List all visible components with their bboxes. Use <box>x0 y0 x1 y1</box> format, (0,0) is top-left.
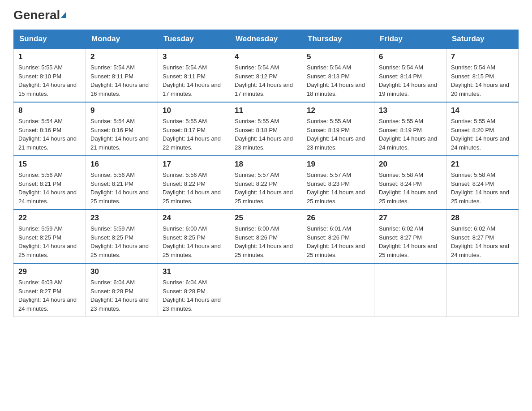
calendar-cell: 6 Sunrise: 5:54 AM Sunset: 8:14 PM Dayli… <box>374 48 446 102</box>
calendar-cell: 18 Sunrise: 5:57 AM Sunset: 8:22 PM Dayl… <box>230 156 302 210</box>
day-number: 2 <box>90 52 153 61</box>
day-info: Sunrise: 5:58 AM Sunset: 8:24 PM Dayligh… <box>451 171 514 206</box>
day-info: Sunrise: 5:57 AM Sunset: 8:22 PM Dayligh… <box>235 171 297 206</box>
day-number: 30 <box>90 267 153 276</box>
calendar-cell: 8 Sunrise: 5:54 AM Sunset: 8:16 PM Dayli… <box>14 102 86 156</box>
day-number: 23 <box>90 214 153 223</box>
day-number: 1 <box>18 52 81 61</box>
day-number: 18 <box>235 160 297 169</box>
calendar-header-row: SundayMondayTuesdayWednesdayThursdayFrid… <box>14 30 519 49</box>
page-header: General <box>13 9 519 21</box>
calendar-table: SundayMondayTuesdayWednesdayThursdayFrid… <box>13 30 519 317</box>
day-info: Sunrise: 6:03 AM Sunset: 8:27 PM Dayligh… <box>18 278 81 313</box>
day-info: Sunrise: 5:56 AM Sunset: 8:21 PM Dayligh… <box>18 171 81 206</box>
calendar-cell: 27 Sunrise: 6:02 AM Sunset: 8:27 PM Dayl… <box>374 210 446 263</box>
calendar-cell: 22 Sunrise: 5:59 AM Sunset: 8:25 PM Dayl… <box>14 210 86 263</box>
logo: General <box>13 9 66 21</box>
day-number: 6 <box>379 52 442 61</box>
calendar-week-row: 8 Sunrise: 5:54 AM Sunset: 8:16 PM Dayli… <box>14 102 519 156</box>
day-number: 7 <box>451 52 514 61</box>
day-info: Sunrise: 5:54 AM Sunset: 8:11 PM Dayligh… <box>163 63 225 98</box>
calendar-cell: 11 Sunrise: 5:55 AM Sunset: 8:18 PM Dayl… <box>230 102 302 156</box>
calendar-cell: 7 Sunrise: 5:54 AM Sunset: 8:15 PM Dayli… <box>446 48 519 102</box>
day-info: Sunrise: 6:04 AM Sunset: 8:28 PM Dayligh… <box>163 278 225 313</box>
day-info: Sunrise: 5:54 AM Sunset: 8:16 PM Dayligh… <box>90 117 153 152</box>
day-info: Sunrise: 5:58 AM Sunset: 8:24 PM Dayligh… <box>379 171 442 206</box>
calendar-cell: 20 Sunrise: 5:58 AM Sunset: 8:24 PM Dayl… <box>374 156 446 210</box>
day-number: 21 <box>451 160 514 169</box>
calendar-cell: 17 Sunrise: 5:56 AM Sunset: 8:22 PM Dayl… <box>158 156 230 210</box>
header-day-thursday: Thursday <box>302 30 374 49</box>
calendar-cell: 30 Sunrise: 6:04 AM Sunset: 8:28 PM Dayl… <box>86 263 158 317</box>
day-info: Sunrise: 5:55 AM Sunset: 8:20 PM Dayligh… <box>451 117 514 152</box>
day-info: Sunrise: 5:54 AM Sunset: 8:11 PM Dayligh… <box>90 63 153 98</box>
calendar-week-row: 22 Sunrise: 5:59 AM Sunset: 8:25 PM Dayl… <box>14 210 519 263</box>
day-info: Sunrise: 6:01 AM Sunset: 8:26 PM Dayligh… <box>307 224 369 259</box>
calendar-cell: 29 Sunrise: 6:03 AM Sunset: 8:27 PM Dayl… <box>14 263 86 317</box>
calendar-cell <box>446 263 519 317</box>
day-number: 24 <box>163 214 225 223</box>
logo-triangle-icon <box>61 12 66 18</box>
day-number: 13 <box>379 106 442 115</box>
day-number: 9 <box>90 106 153 115</box>
day-number: 26 <box>307 214 369 223</box>
calendar-cell: 10 Sunrise: 5:55 AM Sunset: 8:17 PM Dayl… <box>158 102 230 156</box>
day-info: Sunrise: 5:54 AM Sunset: 8:16 PM Dayligh… <box>18 117 81 152</box>
day-number: 8 <box>18 106 81 115</box>
calendar-cell: 9 Sunrise: 5:54 AM Sunset: 8:16 PM Dayli… <box>86 102 158 156</box>
day-info: Sunrise: 5:54 AM Sunset: 8:13 PM Dayligh… <box>307 63 369 98</box>
day-number: 22 <box>18 214 81 223</box>
day-info: Sunrise: 5:54 AM Sunset: 8:14 PM Dayligh… <box>379 63 442 98</box>
calendar-cell: 1 Sunrise: 5:55 AM Sunset: 8:10 PM Dayli… <box>14 48 86 102</box>
day-number: 25 <box>235 214 297 223</box>
calendar-cell: 31 Sunrise: 6:04 AM Sunset: 8:28 PM Dayl… <box>158 263 230 317</box>
calendar-cell: 3 Sunrise: 5:54 AM Sunset: 8:11 PM Dayli… <box>158 48 230 102</box>
day-number: 19 <box>307 160 369 169</box>
calendar-cell: 13 Sunrise: 5:55 AM Sunset: 8:19 PM Dayl… <box>374 102 446 156</box>
calendar-cell: 25 Sunrise: 6:00 AM Sunset: 8:26 PM Dayl… <box>230 210 302 263</box>
day-number: 14 <box>451 106 514 115</box>
calendar-week-row: 29 Sunrise: 6:03 AM Sunset: 8:27 PM Dayl… <box>14 263 519 317</box>
day-info: Sunrise: 5:57 AM Sunset: 8:23 PM Dayligh… <box>307 171 369 206</box>
day-info: Sunrise: 5:54 AM Sunset: 8:15 PM Dayligh… <box>451 63 514 98</box>
day-info: Sunrise: 5:59 AM Sunset: 8:25 PM Dayligh… <box>18 224 81 259</box>
day-info: Sunrise: 5:55 AM Sunset: 8:10 PM Dayligh… <box>18 63 81 98</box>
header-day-saturday: Saturday <box>446 30 519 49</box>
day-info: Sunrise: 5:59 AM Sunset: 8:25 PM Dayligh… <box>90 224 153 259</box>
calendar-cell: 24 Sunrise: 6:00 AM Sunset: 8:25 PM Dayl… <box>158 210 230 263</box>
calendar-cell: 26 Sunrise: 6:01 AM Sunset: 8:26 PM Dayl… <box>302 210 374 263</box>
day-number: 15 <box>18 160 81 169</box>
day-number: 20 <box>379 160 442 169</box>
calendar-cell: 5 Sunrise: 5:54 AM Sunset: 8:13 PM Dayli… <box>302 48 374 102</box>
day-info: Sunrise: 5:55 AM Sunset: 8:17 PM Dayligh… <box>163 117 225 152</box>
day-number: 16 <box>90 160 153 169</box>
calendar-cell: 15 Sunrise: 5:56 AM Sunset: 8:21 PM Dayl… <box>14 156 86 210</box>
day-number: 17 <box>163 160 225 169</box>
calendar-cell <box>374 263 446 317</box>
calendar-cell: 16 Sunrise: 5:56 AM Sunset: 8:21 PM Dayl… <box>86 156 158 210</box>
calendar-week-row: 15 Sunrise: 5:56 AM Sunset: 8:21 PM Dayl… <box>14 156 519 210</box>
day-info: Sunrise: 6:00 AM Sunset: 8:25 PM Dayligh… <box>163 224 225 259</box>
calendar-week-row: 1 Sunrise: 5:55 AM Sunset: 8:10 PM Dayli… <box>14 48 519 102</box>
day-info: Sunrise: 5:55 AM Sunset: 8:18 PM Dayligh… <box>235 117 297 152</box>
day-number: 11 <box>235 106 297 115</box>
header-day-sunday: Sunday <box>14 30 86 49</box>
day-number: 31 <box>163 267 225 276</box>
calendar-cell <box>302 263 374 317</box>
logo-general: General <box>13 9 66 21</box>
day-info: Sunrise: 5:55 AM Sunset: 8:19 PM Dayligh… <box>379 117 442 152</box>
day-number: 3 <box>163 52 225 61</box>
header-day-friday: Friday <box>374 30 446 49</box>
day-info: Sunrise: 6:02 AM Sunset: 8:27 PM Dayligh… <box>379 224 442 259</box>
day-number: 28 <box>451 214 514 223</box>
day-info: Sunrise: 6:00 AM Sunset: 8:26 PM Dayligh… <box>235 224 297 259</box>
calendar-cell: 12 Sunrise: 5:55 AM Sunset: 8:19 PM Dayl… <box>302 102 374 156</box>
calendar-cell: 2 Sunrise: 5:54 AM Sunset: 8:11 PM Dayli… <box>86 48 158 102</box>
day-number: 27 <box>379 214 442 223</box>
calendar-cell <box>230 263 302 317</box>
calendar-cell: 19 Sunrise: 5:57 AM Sunset: 8:23 PM Dayl… <box>302 156 374 210</box>
calendar-cell: 28 Sunrise: 6:02 AM Sunset: 8:27 PM Dayl… <box>446 210 519 263</box>
calendar-cell: 14 Sunrise: 5:55 AM Sunset: 8:20 PM Dayl… <box>446 102 519 156</box>
day-info: Sunrise: 5:56 AM Sunset: 8:21 PM Dayligh… <box>90 171 153 206</box>
day-number: 29 <box>18 267 81 276</box>
